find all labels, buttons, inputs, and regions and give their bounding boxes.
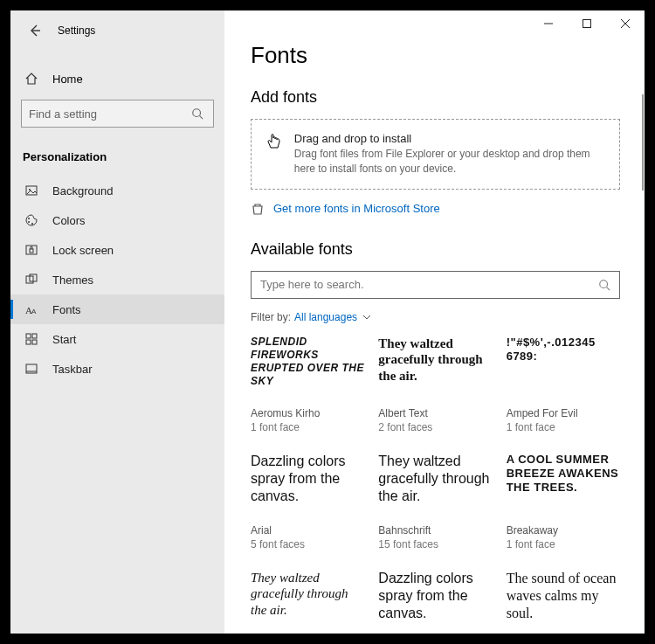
font-card[interactable]: A COOL SUMMER BREEZE AWAKENS THE TREES. … — [507, 453, 620, 551]
sidebar-item-colors[interactable]: Colors — [10, 205, 224, 235]
font-preview: They waltzed gracefully through the air. — [378, 336, 492, 402]
settings-search-input[interactable] — [29, 107, 189, 121]
sidebar-item-label: Lock screen — [52, 244, 114, 257]
hand-cursor-icon — [265, 132, 283, 153]
font-search-input[interactable] — [260, 278, 598, 291]
arrow-left-icon — [28, 24, 42, 38]
sidebar-item-themes[interactable]: Themes — [10, 265, 224, 294]
settings-search[interactable] — [21, 100, 214, 128]
font-card[interactable]: Dazzling colors spray from the canvas. A… — [251, 453, 364, 551]
font-preview: They waltzed gracefully through the air. — [378, 453, 492, 519]
app-title: Settings — [58, 24, 95, 37]
close-button[interactable] — [606, 10, 645, 37]
font-faces: 1 font face — [251, 421, 364, 433]
sidebar-item-label: Themes — [52, 274, 93, 287]
home-label: Home — [52, 73, 83, 86]
font-faces: 15 font faces — [378, 538, 492, 551]
font-card[interactable]: Dazzling colors spray from the canvas. — [378, 570, 492, 634]
sidebar-item-start[interactable]: Start — [10, 324, 224, 354]
category-label: Personalization — [10, 143, 224, 176]
store-link[interactable]: Get more fonts in Microsoft Store — [251, 202, 620, 216]
font-name: Albert Text — [378, 407, 492, 419]
font-card[interactable]: SPLENDID FIREWORKS ERUPTED OVER THE SKY … — [251, 336, 364, 433]
svg-rect-21 — [583, 20, 591, 28]
sidebar-item-fonts[interactable]: AA Fonts — [10, 294, 224, 324]
font-search[interactable] — [251, 271, 620, 299]
svg-point-6 — [28, 221, 30, 223]
fonts-icon: AA — [23, 302, 40, 316]
filter-dropdown[interactable]: All languages — [294, 311, 371, 323]
svg-rect-16 — [26, 340, 31, 344]
add-fonts-heading: Add fonts — [251, 88, 620, 107]
font-grid: SPLENDID FIREWORKS ERUPTED OVER THE SKY … — [251, 336, 620, 634]
sidebar-item-background[interactable]: Background — [10, 176, 224, 205]
filter-row: Filter by: All languages — [251, 311, 620, 323]
font-faces: 1 font face — [507, 421, 620, 433]
image-icon — [23, 184, 40, 197]
font-card[interactable]: !"#$%',-.012345 6789: Amped For Evil 1 f… — [507, 336, 620, 433]
maximize-button[interactable] — [568, 10, 606, 37]
lock-icon — [23, 243, 40, 257]
font-name: Arial — [251, 524, 364, 537]
svg-rect-14 — [26, 334, 31, 338]
font-card[interactable]: They waltzed gracefully through the air. — [251, 570, 364, 634]
svg-rect-9 — [30, 249, 33, 253]
font-preview: The sound of ocean waves calms my soul. — [507, 570, 620, 634]
themes-icon — [23, 273, 40, 287]
svg-point-7 — [31, 223, 33, 225]
minimize-button[interactable] — [529, 10, 568, 37]
search-icon — [598, 279, 610, 291]
svg-line-2 — [200, 116, 203, 120]
main-content: Fonts Add fonts Drag and drop to install… — [224, 10, 645, 634]
window-controls — [529, 10, 645, 37]
svg-point-1 — [193, 109, 201, 117]
search-icon — [189, 107, 206, 120]
font-preview: SPLENDID FIREWORKS ERUPTED OVER THE SKY — [251, 336, 364, 402]
font-name: Breakaway — [507, 524, 620, 537]
sidebar-item-label: Background — [52, 184, 113, 197]
titlebar-left: Settings — [10, 17, 224, 44]
sidebar-item-label: Start — [52, 333, 76, 346]
sidebar: Settings Home Personalization Background… — [10, 10, 224, 634]
font-preview: A COOL SUMMER BREEZE AWAKENS THE TREES. — [507, 453, 620, 519]
font-name: Amped For Evil — [507, 407, 620, 419]
svg-point-5 — [28, 218, 30, 219]
filter-label: Filter by: — [251, 311, 291, 323]
back-button[interactable] — [21, 17, 49, 44]
font-faces: 1 font face — [507, 538, 620, 551]
chevron-down-icon — [362, 313, 371, 322]
svg-rect-17 — [32, 340, 37, 344]
scrollbar[interactable] — [642, 94, 644, 190]
store-link-label: Get more fonts in Microsoft Store — [273, 202, 440, 215]
page-title: Fonts — [251, 42, 620, 69]
sidebar-item-label: Fonts — [52, 303, 81, 316]
font-preview: Dazzling colors spray from the canvas. — [251, 453, 364, 519]
font-card[interactable]: They waltzed gracefully through the air.… — [378, 336, 492, 433]
drop-text: Drag and drop to install Drag font files… — [294, 132, 603, 177]
taskbar-icon — [23, 362, 40, 376]
svg-rect-15 — [32, 334, 37, 338]
store-icon — [251, 202, 265, 216]
palette-icon — [23, 213, 40, 227]
available-fonts-heading: Available fonts — [251, 240, 620, 259]
sidebar-item-label: Colors — [52, 214, 86, 227]
home-icon — [23, 72, 40, 86]
font-faces: 5 font faces — [251, 538, 364, 551]
font-preview: They waltzed gracefully through the air. — [251, 570, 364, 634]
font-card[interactable]: The sound of ocean waves calms my soul. — [507, 570, 620, 634]
font-name: Bahnschrift — [378, 524, 492, 537]
font-card[interactable]: They waltzed gracefully through the air.… — [378, 453, 492, 551]
sidebar-home[interactable]: Home — [10, 63, 224, 94]
font-preview: !"#$%',-.012345 6789: — [507, 336, 620, 402]
font-preview: Dazzling colors spray from the canvas. — [378, 570, 492, 634]
font-drop-zone[interactable]: Drag and drop to install Drag font files… — [251, 119, 620, 190]
sidebar-item-lockscreen[interactable]: Lock screen — [10, 235, 224, 265]
svg-text:A: A — [31, 308, 37, 315]
start-icon — [23, 332, 40, 346]
font-faces: 2 font faces — [378, 421, 492, 433]
sidebar-item-taskbar[interactable]: Taskbar — [10, 354, 224, 384]
svg-line-25 — [607, 287, 610, 290]
filter-value: All languages — [294, 311, 357, 323]
drop-heading: Drag and drop to install — [294, 132, 603, 145]
sidebar-item-label: Taskbar — [52, 363, 93, 376]
